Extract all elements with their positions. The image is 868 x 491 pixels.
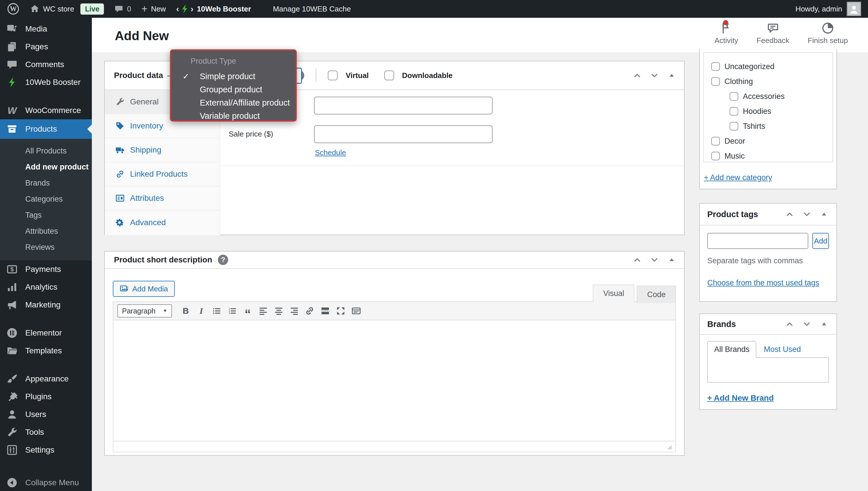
sidebar-item-tags[interactable]: Tags [0, 207, 92, 223]
tab-advanced[interactable]: Advanced [105, 210, 220, 235]
tab-shipping[interactable]: Shipping [105, 138, 220, 162]
sidebar-item-10web-booster[interactable]: 10Web Booster [0, 74, 92, 91]
comments-menu[interactable]: 0 [109, 0, 136, 18]
collapse-menu-button[interactable]: Collapse Menu [0, 474, 92, 491]
schedule-link[interactable]: Schedule [315, 148, 346, 157]
sidebar-item-elementor[interactable]: Elementor [0, 324, 92, 342]
activity-button[interactable]: Activity [714, 22, 738, 45]
admin-bar: WC store Live 0 + New ‹ › 10Web Booster … [0, 0, 868, 18]
option-variable-product[interactable]: Variable product [171, 109, 296, 122]
add-tag-button[interactable]: Add [812, 233, 829, 249]
howdy-text[interactable]: Howdy, admin [795, 5, 842, 13]
sidebar-item-all-products[interactable]: All Products [0, 143, 92, 159]
wordpress-logo-menu[interactable] [0, 0, 25, 18]
category-checkbox[interactable] [730, 92, 738, 101]
tab-linked-products[interactable]: Linked Products [105, 162, 220, 186]
sale-price-input[interactable] [314, 125, 493, 143]
tab-code[interactable]: Code [636, 286, 676, 303]
sidebar-item-users[interactable]: Users [0, 406, 92, 423]
tab-visual[interactable]: Visual [593, 285, 634, 302]
divider [220, 166, 684, 166]
sidebar-item-appearance[interactable]: Appearance [0, 370, 92, 388]
virtual-label[interactable]: Virtual [346, 71, 369, 80]
site-menu[interactable]: WC store [25, 0, 79, 18]
tab-most-used[interactable]: Most Used [756, 345, 801, 358]
virtual-checkbox[interactable] [328, 70, 337, 80]
sidebar-item-settings[interactable]: Settings [0, 441, 92, 459]
italic-button[interactable]: I [194, 304, 208, 318]
collapse-panel-icon[interactable] [820, 210, 829, 219]
sidebar-item-reviews[interactable]: Reviews [0, 239, 92, 255]
align-center-button[interactable] [272, 304, 286, 318]
editor-toolbar: Paragraph ▼ B I “ [113, 302, 675, 320]
toolbar-toggle-button[interactable] [349, 304, 363, 318]
feedback-button[interactable]: Feedback [757, 22, 789, 45]
sidebar-item-attributes[interactable]: Attributes [0, 223, 92, 239]
add-new-category-link[interactable]: + Add new category [704, 173, 772, 182]
downloadable-checkbox[interactable] [384, 70, 394, 80]
move-up-icon[interactable] [785, 210, 794, 219]
booster-menu[interactable]: ‹ › 10Web Booster [171, 0, 256, 18]
sidebar-item-media[interactable]: Media [0, 20, 92, 38]
read-more-button[interactable] [318, 304, 332, 318]
editor-text-area[interactable] [113, 320, 675, 441]
collapse-panel-icon[interactable] [667, 71, 676, 80]
move-up-icon[interactable] [633, 71, 642, 80]
blockquote-button[interactable]: “ [241, 304, 254, 318]
bold-button[interactable]: B [179, 304, 193, 318]
sidebar-item-plugins[interactable]: Plugins [0, 388, 92, 406]
sidebar-item-pages[interactable]: Pages [0, 38, 92, 56]
move-up-icon[interactable] [633, 256, 642, 264]
new-tag-input[interactable] [707, 233, 808, 249]
sidebar-item-templates[interactable]: Templates [0, 342, 92, 359]
sidebar-item-comments[interactable]: Comments [0, 56, 92, 74]
option-simple-product[interactable]: ✓ Simple product [171, 70, 296, 83]
sidebar-item-products[interactable]: Products [0, 119, 92, 139]
collapse-panel-icon[interactable] [667, 256, 676, 264]
cache-menu[interactable]: Manage 10WEB Cache [268, 0, 356, 18]
sidebar-item-brands[interactable]: Brands [0, 175, 92, 191]
numbered-list-button[interactable] [225, 304, 239, 318]
fullscreen-button[interactable] [334, 304, 348, 318]
category-checkbox[interactable] [730, 107, 738, 116]
finish-setup-button[interactable]: Finish setup [808, 22, 848, 45]
bulleted-list-button[interactable] [210, 304, 224, 318]
move-down-icon[interactable] [803, 320, 811, 328]
sidebar-item-payments[interactable]: Payments [0, 260, 92, 278]
option-external-affiliate-product[interactable]: External/Affiliate product [171, 96, 296, 109]
paragraph-select[interactable]: Paragraph ▼ [117, 304, 172, 317]
sidebar-item-marketing[interactable]: Marketing [0, 296, 92, 314]
move-down-icon[interactable] [650, 256, 659, 264]
downloadable-label[interactable]: Downloadable [402, 71, 453, 80]
sidebar-item-categories[interactable]: Categories [0, 191, 92, 207]
insert-link-button[interactable] [303, 304, 317, 318]
resize-grip-icon[interactable] [664, 442, 673, 451]
align-right-button[interactable] [287, 304, 301, 318]
category-checkbox[interactable] [711, 152, 720, 160]
move-down-icon[interactable] [650, 71, 659, 80]
sidebar-item-woocommerce[interactable]: W WooCommerce [0, 102, 92, 119]
new-menu[interactable]: + New [136, 0, 171, 18]
category-checkbox[interactable] [711, 137, 720, 145]
move-up-icon[interactable] [785, 320, 794, 328]
category-checkbox[interactable] [711, 77, 720, 86]
option-grouped-product[interactable]: Grouped product [171, 83, 296, 96]
regular-price-input[interactable] [314, 97, 493, 114]
help-icon[interactable]: ? [218, 255, 228, 265]
sidebar-item-add-new-product[interactable]: Add new product [0, 159, 92, 175]
sidebar-item-tools[interactable]: Tools [0, 423, 92, 441]
tab-all-brands[interactable]: All Brands [707, 341, 756, 358]
add-new-brand-link[interactable]: + Add New Brand [707, 394, 774, 403]
move-down-icon[interactable] [803, 210, 811, 219]
avatar[interactable] [847, 2, 861, 16]
sidebar-item-analytics[interactable]: Analytics [0, 278, 92, 296]
media-icon [6, 23, 18, 35]
align-left-button[interactable] [256, 304, 270, 318]
category-checkbox[interactable] [730, 122, 738, 131]
collapse-panel-icon[interactable] [820, 320, 829, 328]
choose-most-used-tags-link[interactable]: Choose from the most used tags [707, 279, 819, 287]
add-media-button[interactable]: Add Media [113, 281, 175, 297]
tab-attributes[interactable]: Attributes [105, 186, 220, 210]
megaphone-icon [6, 299, 18, 311]
category-checkbox[interactable] [711, 62, 720, 71]
